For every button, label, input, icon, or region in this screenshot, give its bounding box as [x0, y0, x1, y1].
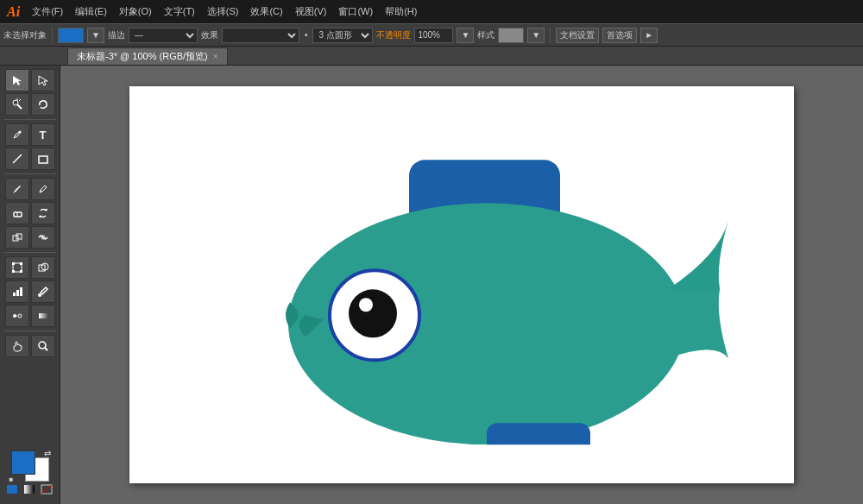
opacity-input[interactable] — [414, 28, 453, 43]
tool-separator-3 — [4, 252, 56, 253]
svg-rect-11 — [13, 236, 18, 241]
menu-effect[interactable]: 效果(C) — [245, 3, 287, 20]
color-mode-row — [4, 483, 56, 495]
gradient-tool[interactable] — [31, 305, 55, 327]
menu-window[interactable]: 窗口(W) — [333, 3, 378, 20]
rotate-tool[interactable] — [31, 202, 55, 224]
menu-help[interactable]: 帮助(H) — [380, 3, 422, 20]
tab-title: 未标题-3* @ 100% (RGB/预览) — [77, 50, 208, 63]
toolbar-divider-1 — [52, 28, 53, 43]
eraser-tool[interactable] — [5, 202, 29, 224]
warp-tool[interactable] — [31, 226, 55, 249]
canvas-area[interactable] — [60, 66, 863, 504]
rectangle-tool[interactable] — [31, 148, 55, 170]
opacity-label: 不透明度 — [376, 29, 411, 41]
paintbrush-tool[interactable] — [5, 178, 29, 200]
blend-tool[interactable] — [5, 305, 29, 327]
style-label: 样式 — [477, 29, 494, 41]
menu-type[interactable]: 文字(T) — [159, 3, 200, 20]
svg-rect-31 — [7, 485, 17, 494]
color-reset-btn[interactable]: ■ — [9, 476, 14, 483]
zoom-tool[interactable] — [31, 335, 55, 357]
color-section: ⇄ ■ — [0, 447, 60, 501]
fill-options-btn[interactable]: ▼ — [87, 28, 104, 43]
style-box[interactable] — [498, 28, 524, 43]
app-logo: Ai — [7, 4, 20, 20]
tool-row-4 — [5, 148, 55, 170]
toolbar-divider-2 — [550, 28, 551, 43]
pen-tool[interactable] — [5, 123, 29, 146]
doc-settings-btn[interactable]: 文档设置 — [556, 28, 599, 43]
opacity-down-btn[interactable]: ▼ — [457, 28, 474, 43]
chart-tool[interactable] — [5, 280, 29, 303]
no-fill-btn[interactable] — [39, 483, 54, 495]
scale-tool[interactable] — [5, 226, 29, 249]
color-swap-btn[interactable]: ⇄ — [44, 449, 51, 458]
svg-rect-18 — [20, 270, 22, 273]
tool-row-8 — [5, 256, 55, 279]
fish-illustration — [236, 134, 737, 448]
point-shape-select[interactable]: 3 点圆形 — [312, 28, 373, 43]
svg-rect-22 — [16, 290, 19, 296]
tool-row-11 — [5, 335, 55, 357]
svg-line-34 — [41, 485, 52, 494]
direct-selection-tool[interactable] — [31, 69, 55, 91]
free-transform-tool[interactable] — [5, 256, 29, 279]
style-options-btn[interactable]: ▼ — [527, 28, 545, 43]
more-options-btn[interactable]: ► — [640, 28, 658, 43]
tool-row-6 — [5, 202, 55, 224]
effect-label: 效果 — [201, 29, 218, 41]
tool-row-7 — [5, 226, 55, 249]
line-tool[interactable] — [5, 148, 29, 170]
menu-bar: 文件(F) 编辑(E) 对象(O) 文字(T) 选择(S) 效果(C) 视图(V… — [27, 3, 422, 20]
tool-row-9 — [5, 280, 55, 303]
left-toolbar: T — [0, 66, 60, 504]
menu-file[interactable]: 文件(F) — [27, 3, 68, 20]
preferences-btn[interactable]: 首选项 — [602, 28, 637, 43]
svg-rect-17 — [12, 270, 15, 273]
artboard — [129, 86, 794, 483]
tab-close-btn[interactable]: × — [213, 52, 218, 61]
svg-rect-21 — [13, 293, 16, 296]
main-layout: T — [0, 66, 863, 504]
svg-point-25 — [13, 314, 16, 318]
menu-select[interactable]: 选择(S) — [202, 3, 244, 20]
svg-line-0 — [17, 104, 22, 109]
stroke-label: 描边 — [108, 29, 125, 41]
effect-select[interactable] — [222, 28, 299, 43]
menu-view[interactable]: 视图(V) — [290, 3, 332, 20]
svg-rect-16 — [20, 262, 22, 265]
tool-separator-2 — [4, 173, 56, 174]
title-bar: Ai 文件(F) 编辑(E) 对象(O) 文字(T) 选择(S) 效果(C) 视… — [0, 0, 863, 23]
pencil-tool[interactable] — [31, 178, 55, 200]
gradient-color-btn[interactable] — [22, 483, 37, 495]
selection-tool[interactable] — [5, 69, 29, 91]
stroke-select[interactable]: — — [129, 28, 198, 43]
fill-color-box[interactable] — [58, 28, 84, 43]
shape-builder-tool[interactable] — [31, 256, 55, 279]
tool-row-1 — [5, 69, 55, 91]
hand-tool[interactable] — [5, 335, 29, 357]
tool-separator-1 — [4, 119, 56, 120]
tool-row-5 — [5, 178, 55, 200]
menu-object[interactable]: 对象(O) — [114, 3, 157, 20]
tool-row-10 — [5, 305, 55, 327]
options-toolbar: 未选择对象 ▼ 描边 — 效果 • 3 点圆形 不透明度 ▼ 样式 ▼ 文档设置… — [0, 23, 863, 47]
tab-bar: 未标题-3* @ 100% (RGB/预览) × — [0, 47, 863, 66]
lasso-tool[interactable] — [31, 93, 55, 116]
foreground-color-box[interactable] — [11, 450, 35, 475]
svg-rect-32 — [24, 485, 35, 494]
document-tab[interactable]: 未标题-3* @ 100% (RGB/预览) × — [67, 47, 228, 65]
svg-point-29 — [39, 342, 46, 349]
tool-row-3: T — [5, 123, 55, 146]
svg-rect-28 — [39, 313, 47, 318]
svg-point-24 — [38, 293, 41, 297]
menu-edit[interactable]: 编辑(E) — [70, 3, 112, 20]
solid-color-btn[interactable] — [4, 483, 20, 495]
svg-rect-23 — [20, 287, 22, 296]
eyedropper-tool[interactable] — [31, 280, 55, 303]
point-label: • — [303, 30, 310, 40]
type-tool[interactable]: T — [31, 123, 55, 146]
magic-wand-tool[interactable] — [5, 93, 29, 116]
svg-point-26 — [18, 314, 22, 318]
